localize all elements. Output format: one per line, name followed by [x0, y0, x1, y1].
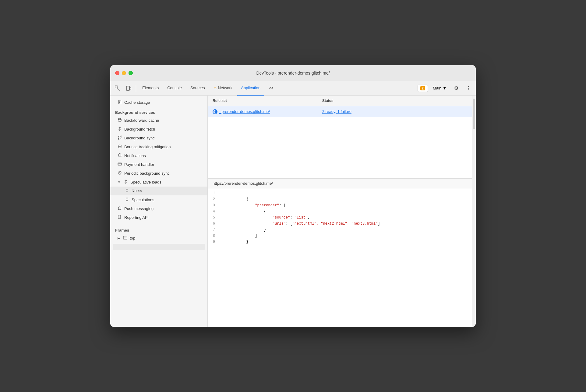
json-line: 6 "urls": ["next.html", "next2.html", "n…	[208, 221, 472, 227]
svg-point-4	[118, 118, 121, 120]
sidebar-item-rules[interactable]: Rules	[110, 187, 207, 195]
periodic-bg-sync-icon	[118, 171, 122, 176]
svg-point-18	[214, 111, 215, 112]
svg-rect-8	[118, 163, 122, 165]
speculations-icon	[125, 197, 129, 202]
sidebar-item-speculative-loads[interactable]: ▼ Speculative loads	[110, 178, 207, 187]
more-dots-icon: ⋮	[466, 85, 471, 91]
rule-icon	[213, 109, 217, 114]
sidebar-item-back-forward-cache[interactable]: Back/forward cache	[110, 116, 207, 125]
sidebar-item-periodic-bg-sync[interactable]: Periodic background sync	[110, 169, 207, 178]
header-status: Status	[317, 97, 472, 104]
table-cell-status: 2 ready, 1 failure	[317, 107, 472, 116]
json-url-bar: https://prerender-demos.glitch.me/	[208, 179, 472, 188]
svg-point-19	[214, 111, 214, 112]
json-content[interactable]: 12 {3 "prerender": [4 {5 "source": "list…	[208, 188, 472, 327]
status-link[interactable]: 2 ready, 1 failure	[322, 109, 351, 114]
sidebar-scrollbar[interactable]	[113, 244, 205, 250]
titlebar: DevTools - prerender-demos.glitch.me/	[110, 65, 476, 81]
sidebar-item-reporting-api[interactable]: Reporting API	[110, 213, 207, 222]
svg-rect-3	[130, 87, 131, 90]
maximize-button[interactable]	[129, 71, 133, 75]
main-panel: Rule set Status _prerender-demos.glitch.…	[208, 96, 472, 327]
tab-network[interactable]: ⚠ Network	[210, 81, 236, 96]
header-ruleset: Rule set	[208, 97, 317, 104]
divider-1	[136, 85, 136, 92]
json-line: 2 {	[208, 197, 472, 203]
rules-icon	[125, 188, 129, 194]
bounce-tracking-icon	[118, 144, 122, 149]
svg-rect-2	[126, 86, 129, 90]
table-header: Rule set Status	[208, 96, 472, 106]
frames-collapse-icon: ▶	[118, 236, 120, 240]
json-line: 3 "prerender": [	[208, 203, 472, 209]
sidebar-item-speculations[interactable]: Speculations	[110, 195, 207, 204]
json-line: 9 }	[208, 240, 472, 246]
cache-storage-icon: 🗄	[118, 100, 122, 105]
json-line: 5 "source": "list",	[208, 215, 472, 221]
sidebar-item-bounce-tracking[interactable]: Bounce tracking mitigation	[110, 142, 207, 151]
scrollbar-thumb[interactable]	[473, 99, 475, 129]
toolbar: Elements Console Sources ⚠ Network Appli…	[110, 81, 476, 96]
window-title: DevTools - prerender-demos.glitch.me/	[256, 71, 330, 75]
back-forward-cache-icon	[118, 118, 122, 123]
speculative-loads-icon	[124, 180, 128, 185]
background-sync-icon	[118, 135, 122, 141]
table-cell-ruleset: _prerender-demos.glitch.me/	[208, 107, 317, 116]
tab-sources[interactable]: Sources	[187, 81, 209, 96]
sidebar-item-cache-storage[interactable]: 🗄 Cache storage	[110, 98, 207, 107]
traffic-lights	[115, 71, 133, 75]
json-line: 7 }	[208, 227, 472, 233]
sidebar-item-notifications[interactable]: Notifications	[110, 151, 207, 160]
empty-table-area	[208, 117, 472, 178]
settings-icon: ⚙	[454, 85, 458, 91]
payment-handler-icon	[118, 162, 122, 167]
toolbar-right: 2 Main ▼ ⚙ ⋮	[418, 83, 473, 93]
badge-count: 2	[420, 86, 425, 90]
tab-more[interactable]: >>	[265, 81, 277, 96]
notifications-icon	[118, 153, 122, 158]
tab-application[interactable]: Application	[237, 81, 264, 96]
network-warn-icon: ⚠	[214, 86, 217, 90]
minimize-button[interactable]	[122, 71, 126, 75]
sidebar-item-payment-handler[interactable]: Payment handler	[110, 160, 207, 169]
inspect-element-button[interactable]	[113, 83, 122, 93]
reporting-api-icon	[118, 215, 122, 220]
svg-line-1	[117, 88, 120, 91]
sidebar-section-bg-services: Background services	[110, 107, 207, 116]
settings-button[interactable]: ⚙	[451, 83, 461, 93]
json-area: https://prerender-demos.glitch.me/ 12 {3…	[208, 178, 472, 327]
collapse-icon: ▼	[118, 180, 121, 184]
sidebar-section-frames: Frames	[110, 224, 207, 234]
sidebar-item-background-fetch[interactable]: Background fetch	[110, 125, 207, 134]
ruleset-link[interactable]: _prerender-demos.glitch.me/	[219, 109, 270, 114]
dropdown-arrow-icon: ▼	[443, 86, 447, 90]
json-line: 8 ]	[208, 233, 472, 240]
issues-badge-button[interactable]: 2	[418, 85, 428, 92]
svg-rect-16	[123, 236, 127, 239]
sidebar-item-push-messaging[interactable]: Push messaging	[110, 204, 207, 213]
sidebar-item-top-frame[interactable]: ▶ top	[110, 234, 207, 243]
push-messaging-icon	[118, 206, 122, 211]
table-area: Rule set Status _prerender-demos.glitch.…	[208, 96, 472, 178]
devtools-window: DevTools - prerender-demos.glitch.me/ El…	[110, 65, 476, 327]
table-row[interactable]: _prerender-demos.glitch.me/ 2 ready, 1 f…	[208, 106, 472, 117]
device-toggle-button[interactable]	[124, 83, 133, 93]
frame-icon	[123, 236, 127, 241]
close-button[interactable]	[115, 71, 119, 75]
svg-point-6	[118, 145, 121, 146]
sidebar: 🗄 Cache storage Background services Back…	[110, 96, 208, 327]
background-fetch-icon	[118, 127, 122, 132]
more-options-button[interactable]: ⋮	[464, 83, 473, 93]
json-line: 1	[208, 191, 472, 197]
main-content: 🗄 Cache storage Background services Back…	[110, 96, 476, 327]
tab-console[interactable]: Console	[164, 81, 185, 96]
json-line: 4 {	[208, 209, 472, 215]
main-scrollbar[interactable]	[472, 96, 476, 327]
tab-elements[interactable]: Elements	[139, 81, 162, 96]
main-dropdown-button[interactable]: Main ▼	[430, 85, 449, 92]
svg-rect-0	[115, 86, 117, 88]
sidebar-item-background-sync[interactable]: Background sync	[110, 134, 207, 142]
